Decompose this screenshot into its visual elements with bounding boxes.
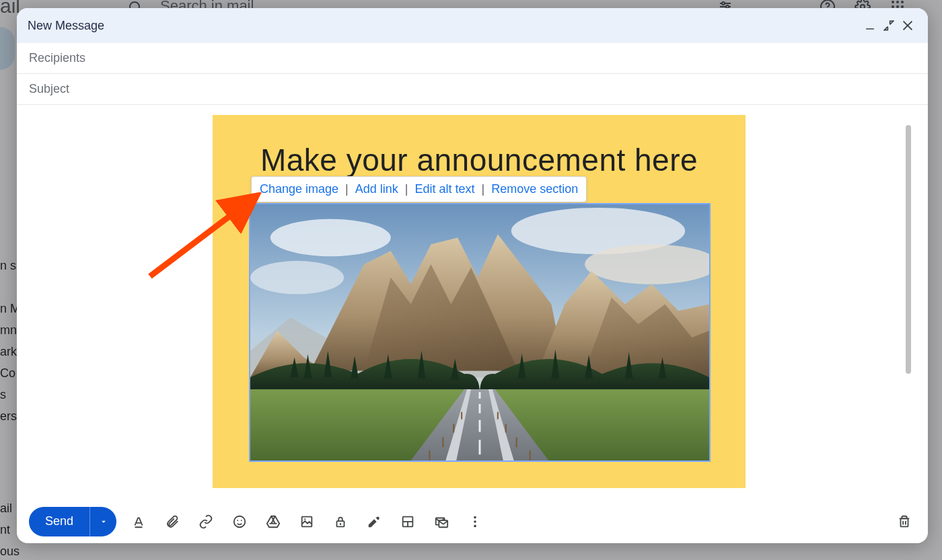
subject-row[interactable] [17, 74, 928, 105]
emoji-icon[interactable] [228, 510, 251, 533]
close-button[interactable] [898, 16, 917, 35]
svg-point-29 [250, 261, 344, 294]
svg-point-77 [304, 518, 305, 520]
image-icon[interactable] [295, 510, 318, 533]
layout-icon[interactable] [396, 510, 419, 533]
svg-point-88 [474, 524, 476, 527]
toolbar-separator: | [482, 182, 485, 196]
svg-point-13 [901, 1, 904, 3]
delete-draft-button[interactable] [893, 510, 916, 533]
compose-header: New Message [17, 8, 928, 43]
svg-point-5 [722, 2, 725, 5]
text-format-icon[interactable] [127, 510, 150, 533]
svg-marker-66 [102, 520, 106, 522]
compose-footer: Send [17, 499, 928, 543]
template-heading[interactable]: Make your announcement here [249, 142, 709, 178]
svg-point-86 [474, 516, 476, 518]
toolbar-separator: | [405, 182, 408, 196]
minimize-button[interactable] [861, 16, 879, 35]
send-options-button[interactable] [89, 507, 116, 536]
svg-rect-76 [302, 516, 312, 526]
subject-input[interactable] [29, 82, 916, 96]
compose-body[interactable]: Make your announcement here [17, 105, 928, 499]
confidential-icon[interactable] [329, 510, 352, 533]
svg-point-11 [892, 1, 894, 3]
svg-point-69 [234, 516, 246, 527]
send-button[interactable]: Send [29, 507, 89, 536]
template-image[interactable] [249, 203, 711, 462]
add-link-link[interactable]: Add link [355, 182, 398, 196]
compose-pill-fragment [0, 27, 15, 70]
more-icon[interactable] [464, 510, 486, 533]
signature-icon[interactable] [363, 510, 386, 533]
exit-fullscreen-button[interactable] [879, 16, 898, 35]
edit-alt-text-link[interactable]: Edit alt text [415, 182, 475, 196]
image-edit-toolbar: Change image | Add link | Edit alt text … [251, 176, 587, 202]
drive-icon[interactable] [262, 510, 285, 533]
recipients-input[interactable] [29, 51, 916, 65]
svg-point-12 [896, 1, 899, 3]
send-split-button: Send [29, 507, 116, 536]
link-icon[interactable] [194, 510, 217, 533]
attach-icon[interactable] [161, 510, 184, 533]
compose-window: New Message Make your announcement here [17, 8, 928, 543]
svg-point-70 [237, 520, 238, 521]
recipients-row[interactable] [17, 43, 928, 74]
svg-rect-89 [901, 518, 908, 526]
toolbar-separator: | [345, 182, 349, 196]
svg-point-26 [270, 219, 391, 256]
svg-marker-72 [267, 516, 279, 527]
remove-section-link[interactable]: Remove section [491, 182, 578, 196]
compose-title: New Message [28, 19, 104, 33]
scrollbar-thumb[interactable] [906, 125, 911, 374]
change-image-link[interactable]: Change image [260, 182, 338, 196]
mail-template-icon[interactable] [430, 510, 453, 533]
svg-point-87 [474, 520, 476, 523]
svg-point-71 [241, 520, 242, 521]
